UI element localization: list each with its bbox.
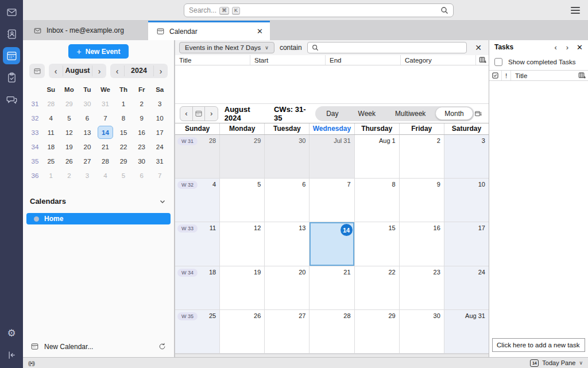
tasks-pane-next-button[interactable]: ›	[566, 43, 568, 52]
mini-day-19[interactable]: 19	[60, 140, 79, 154]
previous-period-button[interactable]: ‹	[180, 107, 193, 121]
rotate-view-icon[interactable]	[474, 109, 482, 118]
mini-day-8[interactable]: 8	[114, 111, 133, 125]
mini-day-16[interactable]: 16	[133, 125, 151, 140]
month-day-cell-18[interactable]: W 3418	[175, 266, 220, 309]
mini-day-25[interactable]: 25	[42, 154, 60, 168]
mini-day-7[interactable]: 7	[96, 111, 115, 125]
sidebar-item-addressbook[interactable]	[3, 25, 20, 42]
month-day-cell-23[interactable]: 23	[400, 266, 444, 309]
mini-day-28[interactable]: 28	[42, 96, 60, 111]
mini-day-31[interactable]: 31	[150, 154, 169, 168]
tasks-pane-close-button[interactable]: ✕	[577, 43, 583, 52]
view-tab-month[interactable]: Month	[435, 107, 473, 120]
completed-column-header[interactable]	[489, 71, 502, 80]
mini-day-6[interactable]: 6	[133, 168, 151, 183]
tab-calendar[interactable]: Calendar ✕	[148, 21, 270, 40]
priority-column-header[interactable]: !	[502, 71, 511, 80]
event-filter-search-input[interactable]	[307, 42, 467, 53]
month-day-cell-26[interactable]: 26	[220, 310, 265, 353]
mini-day-6[interactable]: 6	[78, 111, 96, 125]
sidebar-item-calendar[interactable]	[3, 47, 20, 64]
month-day-cell-aug-31[interactable]: Aug 31	[444, 310, 489, 353]
sidebar-item-mail[interactable]	[3, 3, 20, 21]
next-year-button[interactable]: ›	[154, 67, 168, 76]
month-day-cell-15[interactable]: 15	[355, 222, 400, 265]
month-day-cell-14[interactable]: 14	[310, 222, 354, 265]
sidebar-item-tasks[interactable]	[3, 69, 20, 86]
month-day-cell-28[interactable]: W 3128	[175, 135, 220, 178]
month-day-cell-3[interactable]: 3	[444, 135, 489, 178]
month-day-cell-aug-1[interactable]: Aug 1	[355, 135, 400, 178]
global-search-input[interactable]: Search... ⌘ K	[184, 3, 454, 17]
mini-day-5[interactable]: 5	[60, 111, 79, 125]
month-day-cell-19[interactable]: 19	[220, 266, 265, 309]
mini-day-5[interactable]: 5	[114, 168, 133, 183]
tab-inbox[interactable]: Inbox - me@example.org	[23, 21, 148, 40]
mini-day-29[interactable]: 29	[114, 154, 133, 168]
month-day-cell-5[interactable]: 5	[220, 179, 265, 222]
month-day-cell-27[interactable]: 27	[265, 310, 310, 353]
view-tab-multiweek[interactable]: Multiweek	[385, 106, 435, 121]
sidebar-item-settings[interactable]: ⚙	[3, 324, 20, 342]
mini-day-2[interactable]: 2	[60, 168, 79, 183]
month-day-cell-28[interactable]: 28	[310, 310, 354, 353]
mini-day-28[interactable]: 28	[96, 154, 115, 168]
month-day-cell-20[interactable]: 20	[265, 266, 310, 309]
view-tab-week[interactable]: Week	[349, 106, 385, 121]
tasks-list[interactable]	[489, 81, 588, 338]
month-day-cell-9[interactable]: 9	[400, 179, 444, 222]
mini-day-9[interactable]: 9	[133, 111, 151, 125]
mini-calendar-today-button[interactable]	[29, 64, 45, 78]
mini-day-12[interactable]: 12	[60, 125, 79, 140]
close-filter-button[interactable]: ✕	[472, 43, 485, 52]
mini-day-27[interactable]: 27	[78, 154, 96, 168]
month-day-cell-17[interactable]: 17	[444, 222, 489, 265]
month-day-cell-25[interactable]: W 3525	[175, 310, 220, 353]
calendar-list-item-home[interactable]: Home	[26, 213, 171, 224]
month-day-cell-30[interactable]: 30	[265, 135, 310, 178]
show-completed-checkbox[interactable]	[494, 58, 502, 66]
month-day-cell-6[interactable]: 6	[265, 179, 310, 222]
mini-day-1[interactable]: 1	[42, 168, 60, 183]
sync-calendars-icon[interactable]	[158, 342, 167, 351]
mini-day-30[interactable]: 30	[78, 96, 96, 111]
tab-close-button[interactable]: ✕	[257, 27, 263, 36]
event-range-dropdown[interactable]: Events in the Next 7 Days ∨	[179, 42, 274, 53]
event-results-list[interactable]	[175, 65, 489, 103]
month-day-cell-11[interactable]: W 3311	[175, 222, 220, 265]
month-day-cell-4[interactable]: W 324	[175, 179, 220, 222]
mini-day-1[interactable]: 1	[114, 96, 133, 111]
mini-day-15[interactable]: 15	[114, 125, 133, 140]
month-day-cell-24[interactable]: 24	[444, 266, 489, 309]
sidebar-collapse-button[interactable]	[3, 346, 20, 363]
tasks-column-picker-button[interactable]	[575, 72, 588, 79]
previous-month-button[interactable]: ‹	[49, 67, 63, 76]
month-day-cell-jul-31[interactable]: Jul 31	[310, 135, 354, 178]
next-period-button[interactable]: ›	[205, 107, 217, 121]
mini-day-14[interactable]: 14	[96, 125, 115, 140]
month-day-cell-10[interactable]: 10	[444, 179, 489, 222]
mini-day-3[interactable]: 3	[78, 168, 96, 183]
mini-day-21[interactable]: 21	[96, 140, 115, 154]
mini-day-31[interactable]: 31	[96, 96, 115, 111]
add-task-input[interactable]: Click here to add a new task	[492, 338, 585, 352]
month-day-cell-30[interactable]: 30	[400, 310, 444, 353]
new-calendar-button[interactable]: New Calendar...	[44, 343, 93, 351]
mini-day-10[interactable]: 10	[150, 111, 169, 125]
column-header-end[interactable]: End	[326, 55, 401, 65]
mini-day-7[interactable]: 7	[150, 168, 169, 183]
mini-day-18[interactable]: 18	[42, 140, 60, 154]
app-menu-button[interactable]	[571, 7, 580, 16]
month-day-cell-29[interactable]: 29	[355, 310, 400, 353]
month-day-cell-2[interactable]: 2	[400, 135, 444, 178]
month-day-cell-22[interactable]: 22	[355, 266, 400, 309]
mini-day-24[interactable]: 24	[150, 140, 169, 154]
mini-day-4[interactable]: 4	[42, 111, 60, 125]
today-pane-toggle[interactable]: 14 Today Pane ∨	[530, 359, 583, 367]
calendars-section-header[interactable]: Calendars	[30, 197, 166, 206]
column-picker-button[interactable]	[476, 55, 489, 65]
column-header-start[interactable]: Start	[250, 55, 326, 65]
mini-day-23[interactable]: 23	[133, 140, 151, 154]
next-month-button[interactable]: ›	[92, 67, 106, 76]
